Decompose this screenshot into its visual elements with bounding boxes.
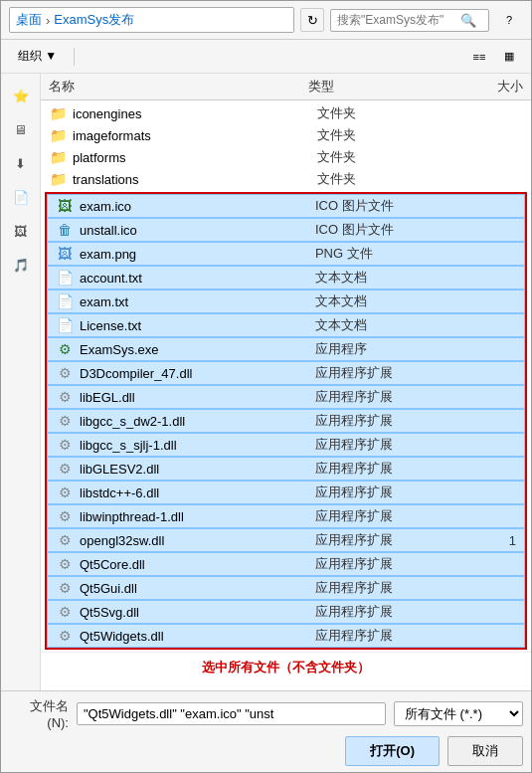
file-name-label: exam.png: [80, 247, 315, 262]
nav-pics[interactable]: 🖼: [7, 217, 35, 245]
list-item[interactable]: 📄 account.txt 文本文档: [47, 266, 525, 290]
annotation-text: 选中所有文件（不含文件夹）: [41, 652, 531, 682]
list-item[interactable]: 📁 platforms 文件夹: [41, 146, 531, 168]
list-item[interactable]: 📁 imageformats 文件夹: [41, 124, 531, 146]
search-box[interactable]: 🔍: [330, 9, 489, 32]
list-item[interactable]: ⚙ Qt5Svg.dll 应用程序扩展: [47, 600, 525, 624]
file-type-label: 应用程序扩展: [315, 603, 456, 621]
file-icon-dll: ⚙: [56, 412, 74, 430]
refresh-button[interactable]: ↻: [300, 8, 324, 32]
file-name-label: imageformats: [73, 128, 317, 143]
file-size-label: 1: [456, 533, 516, 548]
file-icon-dll: ⚙: [56, 388, 74, 406]
content-area: ⭐ 🖥 ⬇ 📄 🖼 🎵 名称 类型 大小 📁 iconengines 文件夹: [1, 74, 531, 690]
open-button[interactable]: 打开(O): [345, 736, 440, 766]
list-item[interactable]: ⚙ opengl32sw.dll 应用程序扩展 1: [47, 528, 525, 552]
file-type-label: 文本文档: [315, 316, 456, 334]
file-type-label: 应用程序: [315, 340, 456, 358]
file-icon-dll: ⚙: [56, 555, 74, 573]
nav-star[interactable]: ⭐: [7, 82, 35, 109]
search-icon: 🔍: [460, 13, 476, 28]
file-name-label: Qt5Core.dll: [80, 557, 315, 572]
nav-download[interactable]: ⬇: [7, 149, 35, 177]
file-icon-dll: ⚙: [56, 483, 74, 501]
nav-docs[interactable]: 📄: [7, 183, 35, 211]
list-item[interactable]: ⚙ Qt5Core.dll 应用程序扩展: [47, 552, 525, 576]
file-type-label: 应用程序扩展: [315, 412, 456, 430]
file-type-label: 应用程序扩展: [315, 460, 456, 478]
organize-button[interactable]: 组织 ▼: [9, 44, 66, 69]
file-icon-ico: 🖼: [56, 197, 74, 215]
help-button[interactable]: ?: [495, 8, 523, 32]
file-type-label: 应用程序扩展: [315, 627, 456, 645]
file-name-label: libwinpthread-1.dll: [80, 509, 315, 524]
file-icon-dll: ⚙: [56, 603, 74, 621]
list-item[interactable]: ⚙ ExamSys.exe 应用程序: [47, 337, 525, 361]
col-type-header[interactable]: 类型: [308, 78, 463, 96]
list-item[interactable]: 📁 translations 文件夹: [41, 168, 531, 190]
list-item[interactable]: ⚙ libGLESV2.dll 应用程序扩展: [47, 457, 525, 481]
file-type-label: 文件夹: [317, 104, 463, 122]
folder-icon: 📁: [49, 104, 67, 122]
cancel-button[interactable]: 取消: [447, 736, 523, 766]
file-name-label: unstall.ico: [80, 223, 315, 238]
filename-input[interactable]: [77, 702, 386, 725]
breadcrumb-desktop[interactable]: 桌面: [16, 11, 42, 29]
file-name-label: translations: [73, 172, 317, 187]
file-type-label: 文件夹: [317, 126, 463, 144]
nav-desktop[interactable]: 🖥: [7, 115, 35, 143]
file-icon-txt: 📄: [56, 316, 74, 334]
folder-icon: 📁: [49, 126, 67, 144]
bottom-bar: 文件名(N): 所有文件 (*.*) 打开(O) 取消: [1, 690, 531, 772]
toolbar: 组织 ▼ ≡≡ ▦: [1, 40, 531, 74]
list-item[interactable]: ⚙ Qt5Widgets.dll 应用程序扩展: [47, 624, 525, 648]
list-item[interactable]: 🖼 exam.png PNG 文件: [47, 242, 525, 266]
list-item[interactable]: ⚙ libstdc++-6.dll 应用程序扩展: [47, 481, 525, 504]
search-input[interactable]: [337, 13, 456, 27]
breadcrumb-folder[interactable]: ExamSys发布: [54, 11, 134, 29]
list-item[interactable]: ⚙ libgcc_s_dw2-1.dll 应用程序扩展: [47, 409, 525, 433]
breadcrumb-path[interactable]: 桌面 › ExamSys发布: [9, 7, 294, 33]
view-list-button[interactable]: ≡≡: [465, 45, 493, 69]
file-area: 名称 类型 大小 📁 iconengines 文件夹 📁 imageformat…: [41, 74, 531, 690]
folder-icon: 📁: [49, 148, 67, 166]
file-icon-dll: ⚙: [56, 507, 74, 525]
file-icon-png: 🖼: [56, 245, 74, 263]
breadcrumb-sep1: ›: [46, 13, 50, 28]
file-type-label: ICO 图片文件: [315, 221, 456, 239]
list-item[interactable]: ⚙ libEGL.dll 应用程序扩展: [47, 385, 525, 409]
col-name-header[interactable]: 名称: [49, 78, 308, 96]
list-item[interactable]: ⚙ Qt5Gui.dll 应用程序扩展: [47, 576, 525, 600]
filetype-select[interactable]: 所有文件 (*.*): [394, 701, 523, 726]
list-item[interactable]: 🗑 unstall.ico ICO 图片文件: [47, 218, 525, 242]
file-icon-dll: ⚙: [56, 531, 74, 549]
list-item[interactable]: 📁 iconengines 文件夹: [41, 102, 531, 124]
file-type-label: 应用程序扩展: [315, 531, 456, 549]
nav-music[interactable]: 🎵: [7, 251, 35, 279]
file-type-label: 应用程序扩展: [315, 555, 456, 573]
list-item[interactable]: ⚙ libgcc_s_sjlj-1.dll 应用程序扩展: [47, 433, 525, 457]
file-name-label: account.txt: [80, 271, 315, 286]
button-row: 打开(O) 取消: [9, 736, 523, 766]
view-detail-button[interactable]: ▦: [495, 45, 523, 69]
list-item[interactable]: 📄 License.txt 文本文档: [47, 313, 525, 337]
list-item[interactable]: 📄 exam.txt 文本文档: [47, 290, 525, 313]
toolbar-separator: [74, 48, 75, 66]
file-icon-ico: 🗑: [56, 221, 74, 239]
list-item[interactable]: ⚙ libwinpthread-1.dll 应用程序扩展: [47, 504, 525, 528]
file-open-dialog: 桌面 › ExamSys发布 ↻ 🔍 ? 组织 ▼ ≡≡ ▦ ⭐ 🖥 ⬇ 📄 🖼…: [0, 0, 532, 773]
file-list: 📁 iconengines 文件夹 📁 imageformats 文件夹 📁 p…: [41, 100, 531, 690]
list-item[interactable]: ⚙ D3Dcompiler_47.dll 应用程序扩展: [47, 361, 525, 385]
selected-files-group: 🖼 exam.ico ICO 图片文件 🗑 unstall.ico ICO 图片…: [45, 192, 527, 650]
file-type-label: 文本文档: [315, 292, 456, 310]
folder-icon: 📁: [49, 170, 67, 188]
file-name-label: libEGL.dll: [80, 390, 315, 405]
file-name-label: libgcc_s_dw2-1.dll: [80, 414, 315, 429]
file-name-label: Qt5Gui.dll: [80, 581, 315, 596]
file-name-label: opengl32sw.dll: [80, 533, 315, 548]
col-size-header[interactable]: 大小: [463, 78, 523, 96]
list-item[interactable]: 🖼 exam.ico ICO 图片文件: [47, 194, 525, 218]
file-name-label: libstdc++-6.dll: [80, 485, 315, 500]
file-type-label: 文件夹: [317, 148, 463, 166]
file-icon-dll: ⚙: [56, 579, 74, 597]
